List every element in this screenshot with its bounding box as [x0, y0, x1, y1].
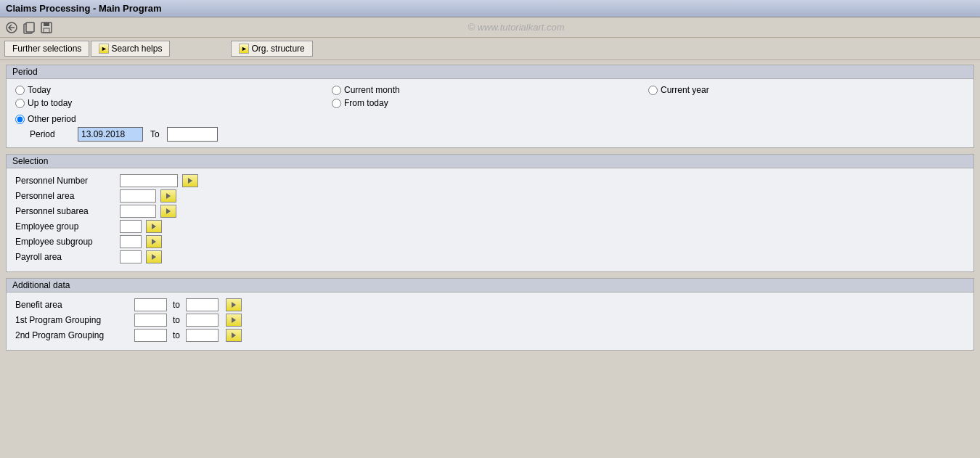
employee-subgroup-label: Employee subgroup	[15, 237, 117, 247]
employee-group-label: Employee group	[15, 221, 117, 232]
employee-subgroup-input[interactable]	[120, 235, 142, 248]
program-grouping-2-row: 2nd Program Grouping to	[15, 329, 965, 342]
radio-current-month-row: Current month	[332, 85, 648, 95]
employee-subgroup-arrow-btn[interactable]	[146, 235, 162, 248]
org-structure-label: Org. structure	[251, 44, 304, 54]
employee-group-row: Employee group	[15, 220, 965, 233]
personnel-number-input[interactable]	[120, 174, 178, 187]
personnel-subarea-arrow-btn[interactable]	[160, 205, 176, 218]
radio-today[interactable]	[15, 86, 25, 95]
svg-rect-4	[44, 23, 49, 26]
employee-group-arrow-btn[interactable]	[146, 220, 162, 233]
selection-section-body: Personnel Number Personnel area Personne…	[7, 168, 973, 271]
period-from-input[interactable]	[78, 127, 143, 142]
benefit-area-arrow-btn[interactable]	[226, 298, 242, 311]
svg-rect-5	[44, 28, 49, 33]
period-radio-grid: Today Current month Current year Up to t…	[15, 85, 965, 108]
tabs-bar: Further selections ► Search helps ► Org.…	[0, 38, 980, 60]
personnel-subarea-input[interactable]	[120, 205, 156, 218]
program-grouping-1-from-input[interactable]	[134, 314, 167, 327]
period-from-label: Period	[30, 129, 73, 139]
program-grouping-1-row: 1st Program Grouping to	[15, 314, 965, 327]
radio-other-period[interactable]	[15, 115, 25, 124]
program-grouping-1-label: 1st Program Grouping	[15, 315, 131, 325]
additional-data-section: Additional data Benefit area to 1st Prog…	[6, 278, 974, 351]
radio-up-to-today-label: Up to today	[28, 98, 72, 108]
selection-section-header: Selection	[7, 155, 973, 168]
radio-other-period-row: Other period	[15, 114, 965, 124]
tab-further-selections[interactable]: Further selections	[4, 41, 89, 57]
watermark: © www.tutorialkart.com	[57, 22, 976, 33]
program-grouping-2-to-label: to	[173, 330, 180, 340]
program-grouping-2-arrow-btn[interactable]	[226, 329, 242, 342]
benefit-area-to-input[interactable]	[186, 298, 219, 311]
period-to-label: To	[150, 129, 160, 139]
radio-from-today-label: From today	[344, 98, 388, 108]
program-grouping-2-label: 2nd Program Grouping	[15, 330, 131, 340]
tab-search-helps[interactable]: ► Search helps	[91, 41, 170, 57]
benefit-area-from-input[interactable]	[134, 298, 167, 311]
program-grouping-1-arrow-btn[interactable]	[226, 314, 242, 327]
personnel-area-input[interactable]	[120, 189, 156, 203]
personnel-area-arrow-btn[interactable]	[160, 189, 176, 203]
personnel-number-label: Personnel Number	[15, 176, 117, 186]
radio-up-to-today[interactable]	[15, 99, 25, 108]
employee-group-input[interactable]	[120, 220, 142, 233]
radio-current-month-label: Current month	[344, 85, 400, 95]
radio-current-year-row: Current year	[648, 85, 965, 95]
program-grouping-2-to-input[interactable]	[186, 329, 219, 342]
additional-data-section-body: Benefit area to 1st Program Grouping to …	[7, 293, 973, 350]
radio-current-year[interactable]	[648, 86, 658, 95]
org-structure-arrow-icon: ►	[239, 44, 249, 54]
toolbar: © www.tutorialkart.com	[0, 17, 980, 38]
payroll-area-row: Payroll area	[15, 250, 965, 263]
radio-current-year-label: Current year	[661, 85, 709, 95]
further-selections-label: Further selections	[12, 44, 81, 54]
selection-section: Selection Personnel Number Personnel are…	[6, 154, 974, 272]
radio-up-to-today-row: Up to today	[15, 98, 332, 108]
svg-rect-2	[26, 23, 34, 32]
additional-data-section-header: Additional data	[7, 279, 973, 293]
period-section-body: Today Current month Current year Up to t…	[7, 79, 973, 147]
program-grouping-1-to-input[interactable]	[186, 314, 219, 327]
back-icon[interactable]	[4, 20, 19, 35]
save-icon[interactable]	[39, 20, 54, 35]
radio-today-row: Today	[15, 85, 332, 95]
period-section-header: Period	[7, 65, 973, 79]
payroll-area-input[interactable]	[120, 250, 142, 263]
period-field-row: Period To	[15, 127, 965, 142]
period-to-input[interactable]	[167, 127, 218, 142]
benefit-area-to-label: to	[173, 300, 180, 310]
radio-current-month[interactable]	[332, 86, 341, 95]
personnel-number-arrow-btn[interactable]	[182, 174, 198, 187]
personnel-area-row: Personnel area	[15, 189, 965, 203]
radio-from-today[interactable]	[332, 99, 341, 108]
payroll-area-arrow-btn[interactable]	[146, 250, 162, 263]
title-bar: Claims Processing - Main Program	[0, 0, 980, 17]
radio-other-period-label: Other period	[28, 114, 76, 124]
program-grouping-1-to-label: to	[173, 315, 180, 325]
employee-subgroup-row: Employee subgroup	[15, 235, 965, 248]
program-grouping-2-from-input[interactable]	[134, 329, 167, 342]
search-helps-arrow-icon: ►	[99, 44, 109, 54]
benefit-area-label: Benefit area	[15, 300, 131, 310]
personnel-subarea-row: Personnel subarea	[15, 205, 965, 218]
page-title: Claims Processing - Main Program	[6, 3, 162, 14]
radio-from-today-row: From today	[332, 98, 648, 108]
personnel-area-label: Personnel area	[15, 191, 117, 201]
personnel-number-row: Personnel Number	[15, 174, 965, 187]
content-area: Period Today Current month Current year	[0, 60, 980, 361]
payroll-area-label: Payroll area	[15, 252, 117, 262]
copy-icon[interactable]	[22, 20, 36, 35]
personnel-subarea-label: Personnel subarea	[15, 206, 117, 216]
period-section: Period Today Current month Current year	[6, 65, 974, 148]
radio-today-label: Today	[28, 85, 51, 95]
tab-org-structure[interactable]: ► Org. structure	[231, 41, 312, 57]
benefit-area-row: Benefit area to	[15, 298, 965, 311]
search-helps-label: Search helps	[111, 44, 162, 54]
